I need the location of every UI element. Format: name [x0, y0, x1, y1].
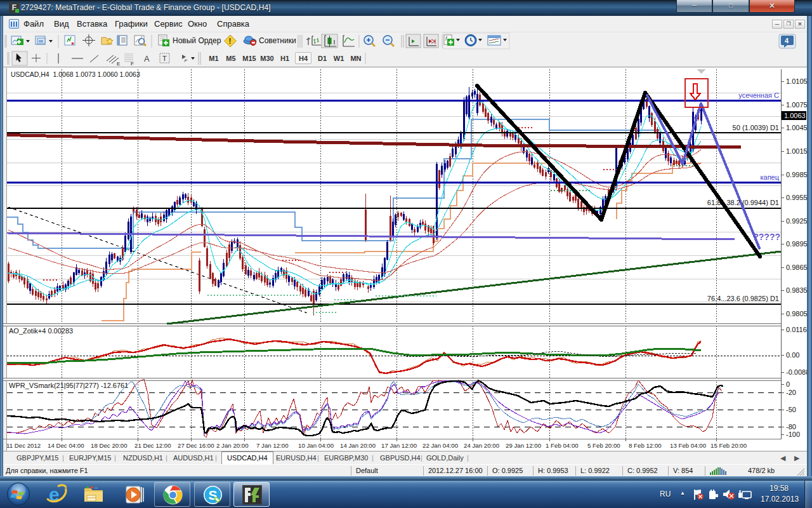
svg-text:7 Jan 12:00: 7 Jan 12:00 — [256, 442, 289, 449]
svg-text:-100: -100 — [786, 431, 800, 438]
svg-text:капец: капец — [760, 173, 779, 181]
svg-text:14 Jan 20:00: 14 Jan 20:00 — [340, 442, 376, 449]
svg-text:-80: -80 — [786, 423, 796, 431]
svg-text:21 Dec 12:00: 21 Dec 12:00 — [134, 442, 171, 449]
svg-text:29 Jan 12:00: 29 Jan 12:00 — [506, 442, 542, 449]
svg-text:4: 4 — [785, 37, 789, 44]
svg-text:0.9955: 0.9955 — [786, 194, 807, 201]
svg-text:-0.00886: -0.00886 — [786, 368, 807, 376]
svg-text:E: E — [117, 61, 120, 67]
svg-text:-50: -50 — [786, 406, 796, 413]
svg-text:76.4...23.6 (0.9825) D1: 76.4...23.6 (0.9825) D1 — [707, 295, 779, 302]
svg-text:Советники: Советники — [259, 36, 296, 45]
svg-text:усеченная С: усеченная С — [738, 91, 779, 99]
svg-text:USDCAD,H4 1.0068 1.0073 1.006: USDCAD,H4 1.0068 1.0073 1.0060 1.0063 — [11, 70, 140, 78]
svg-text:15 Feb 20:00: 15 Feb 20:00 — [710, 442, 747, 449]
svg-text:1.0105: 1.0105 — [786, 77, 807, 85]
svg-text:0.9865: 0.9865 — [786, 264, 807, 271]
svg-text:14 Dec 04:00: 14 Dec 04:00 — [48, 442, 84, 449]
svg-text:A: A — [144, 54, 150, 64]
svg-text:1.0015: 1.0015 — [786, 147, 807, 155]
svg-text:10 Jan 04:00: 10 Jan 04:00 — [298, 442, 334, 449]
svg-text:1.0045: 1.0045 — [786, 124, 807, 131]
svg-text:61.8...38.2 (0.9944) D1: 61.8...38.2 (0.9944) D1 — [707, 199, 779, 206]
svg-text:1.0075: 1.0075 — [786, 101, 807, 109]
svg-text:F: F — [131, 61, 134, 67]
svg-text:27 Dec 16:00: 27 Dec 16:00 — [178, 442, 214, 449]
svg-text:1.0063: 1.0063 — [784, 112, 806, 119]
svg-text:-20: -20 — [786, 389, 796, 396]
svg-text:0.9925: 0.9925 — [786, 217, 807, 225]
svg-text:0.9835: 0.9835 — [786, 286, 807, 294]
svg-text:WPR_VSmark(21|95|77|277) -12.6: WPR_VSmark(21|95|77|277) -12.6761 — [9, 382, 128, 389]
svg-text:T: T — [162, 55, 167, 62]
svg-text:0.01163: 0.01163 — [786, 326, 807, 333]
svg-text:5 Feb 20:00: 5 Feb 20:00 — [587, 442, 620, 449]
svg-text:17 Jan 12:00: 17 Jan 12:00 — [381, 442, 417, 449]
svg-text:?????: ????? — [753, 232, 780, 242]
svg-text:0.9805: 0.9805 — [786, 310, 807, 318]
svg-text:0.9895: 0.9895 — [786, 240, 807, 248]
svg-text:1 Feb 04:00: 1 Feb 04:00 — [546, 442, 579, 449]
svg-text:22 Jan 04:00: 22 Jan 04:00 — [422, 442, 459, 449]
svg-text:2 Jan 20:00: 2 Jan 20:00 — [216, 442, 249, 449]
svg-text:50 (1.0039) D1: 50 (1.0039) D1 — [733, 124, 779, 131]
svg-text:18 Dec 20:00: 18 Dec 20:00 — [91, 442, 128, 449]
svg-text:11 Dec 2012: 11 Dec 2012 — [6, 442, 41, 449]
svg-text:0.9985: 0.9985 — [786, 171, 807, 178]
svg-text:13 Feb 04:00: 13 Feb 04:00 — [670, 442, 707, 449]
svg-text:Новый Ордер: Новый Ордер — [173, 36, 221, 45]
svg-text:0.00: 0.00 — [786, 351, 799, 359]
svg-text:AO_Zotik+4 0.00283: AO_Zotik+4 0.00283 — [9, 327, 73, 335]
svg-text:!: ! — [229, 37, 232, 46]
svg-text:8 Feb 12:00: 8 Feb 12:00 — [629, 442, 662, 449]
svg-text:0: 0 — [786, 380, 790, 388]
svg-text:24 Jan 20:00: 24 Jan 20:00 — [464, 442, 500, 449]
